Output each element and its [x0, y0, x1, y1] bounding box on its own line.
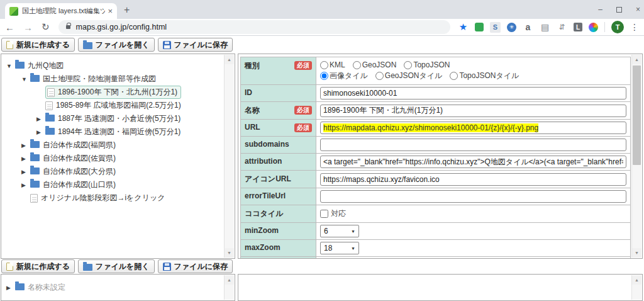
save-file-button[interactable]: ファイルに保存 [158, 38, 233, 52]
form-row-min-zoom: minZoom 6 ▼ [241, 223, 630, 240]
radio-geojson-label[interactable]: GeoJSON [362, 60, 397, 69]
url-text[interactable]: maps.gsi.go.jp/config.html [76, 23, 167, 31]
forward-button[interactable]: → [23, 22, 33, 33]
form-row-url: URL 必須 https://mapdata.qchizu.xyz/shimon… [241, 120, 630, 137]
extension-arrows-icon[interactable]: ⇵ [557, 22, 567, 33]
type-label: 種別 [245, 60, 260, 71]
new-file-button-2[interactable]: 新規に作成する [1, 259, 75, 273]
folder-icon [45, 128, 55, 135]
scroll-up-icon[interactable]: ▲ [225, 275, 234, 285]
chevron-right-icon[interactable]: ▶ [21, 182, 30, 188]
save-file-button-2[interactable]: ファイルに保存 [158, 259, 233, 273]
browser-navbar: ← → ↻ maps.gsi.go.jp/config.html ★ S ✳ a… [0, 19, 644, 36]
folder-icon [30, 181, 40, 188]
chevron-right-icon[interactable]: ▶ [21, 169, 30, 175]
open-file-button-2[interactable]: ファイルを開く [78, 259, 155, 273]
form-row-error-tile-url: errorTileUrl [241, 188, 630, 205]
extension-book-icon[interactable]: ▤ [540, 22, 550, 33]
chevron-down-icon[interactable]: ▼ [21, 76, 30, 82]
attribution-input[interactable] [320, 156, 626, 168]
reload-button[interactable]: ↻ [42, 21, 50, 33]
address-bar[interactable]: maps.gsi.go.jp/config.html [58, 20, 450, 34]
radio-geojson[interactable] [353, 61, 361, 69]
scroll-down-icon[interactable]: ▼ [225, 248, 234, 258]
chevron-right-icon[interactable]: ▶ [21, 156, 30, 162]
url-input[interactable]: https://mapdata.qchizu.xyz/shimonoseki10… [320, 122, 626, 134]
tree-item-shimonoseki-selected[interactable]: 1896-1900年 下関・北九州(1万分1) [1, 86, 235, 99]
window-close-button[interactable]: × [636, 5, 640, 14]
tree-item-jichitai-saga[interactable]: ▶ 自治体作成図(佐賀県) [1, 152, 235, 165]
second-form-scrollbar[interactable]: ▲ [631, 275, 641, 300]
id-input[interactable] [320, 87, 626, 99]
scrollbar-thumb[interactable] [633, 65, 641, 165]
chevron-down-icon[interactable]: ▼ [6, 63, 15, 69]
radio-kml-label[interactable]: KML [330, 60, 345, 69]
bookmark-star-icon[interactable]: ★ [458, 22, 469, 33]
tree-item-jichitai-fukuoka[interactable]: ▶ 自治体作成図(福岡県) [1, 139, 235, 152]
tree-item-jichitai-oita[interactable]: ▶ 自治体作成図(大分県) [1, 165, 235, 178]
min-zoom-select[interactable]: 6 ▼ [320, 225, 359, 237]
scroll-up-icon[interactable]: ▲ [632, 55, 641, 64]
kokotile-option-label[interactable]: 対応 [331, 208, 346, 219]
name-input[interactable] [320, 105, 626, 117]
new-file-button[interactable]: 新規に作成する [1, 38, 75, 52]
required-badge: 必須 [294, 106, 312, 115]
chevron-right-icon[interactable]: ▶ [36, 116, 45, 122]
new-tab-button[interactable]: + [124, 4, 130, 16]
layer-doc-icon [45, 101, 53, 110]
form-row-icon-url: アイコンURL [241, 171, 630, 188]
subdomains-input[interactable] [320, 139, 626, 151]
attribution-label: attribution [245, 157, 282, 166]
window-maximize-button[interactable] [616, 7, 622, 13]
tree-item-untitled[interactable]: ▶ 名称未設定 [1, 281, 235, 294]
window-minimize-button[interactable]: – [598, 5, 602, 14]
open-file-button[interactable]: ファイルを開く [78, 38, 155, 52]
extension-wheel-icon[interactable]: ✳ [507, 23, 516, 32]
extensions-puzzle-icon[interactable] [475, 23, 484, 31]
radio-image-tile-label[interactable]: 画像タイル [330, 71, 368, 81]
radio-topojson-label[interactable]: TopoJSON [413, 60, 450, 69]
second-tree-scrollbar[interactable]: ▲ [224, 275, 234, 300]
max-zoom-value: 18 [324, 244, 332, 253]
browser-menu-icon[interactable]: ⋮ [630, 22, 639, 32]
radio-topojson-tile[interactable] [450, 72, 458, 80]
icon-url-input[interactable] [320, 173, 626, 186]
radio-geojson-tile[interactable] [375, 72, 384, 80]
scroll-up-icon[interactable]: ▲ [225, 55, 234, 64]
tree-scrollbar[interactable]: ▲ ▼ [224, 55, 234, 258]
radio-topojson[interactable] [404, 61, 412, 69]
tree-item-fukuoka-wide[interactable]: 1985-89年 広域地形図福岡(2.5万分1) [1, 99, 235, 112]
tree-item-gsi-rikuchi[interactable]: ▼ 国土地理院・陸地測量部等作成図 [1, 72, 235, 86]
tree-item-jichitai-yamaguchi[interactable]: ▶ 自治体作成図(山口県) [1, 178, 235, 191]
form-row-kokotile: ココタイル 対応 [241, 205, 630, 223]
error-tile-url-input[interactable] [320, 190, 626, 203]
layer-form-panel: 種別 必須 KML GeoJSON TopoJSON 画像タイル GeoJSON… [238, 54, 643, 259]
chevron-right-icon[interactable]: ▶ [6, 285, 15, 291]
tree-item-1894-fukuoka[interactable]: ▶ 1894年 迅速測図・福岡近傍(5万分1) [1, 125, 235, 139]
chevron-right-icon[interactable]: ▶ [36, 129, 45, 135]
form-scrollbar[interactable]: ▲ ▼ [631, 55, 641, 258]
form-row-name: 名称 必須 [241, 102, 630, 120]
extension-s-icon[interactable]: S [490, 22, 501, 33]
radio-topojson-tile-label[interactable]: TopoJSONタイル [459, 71, 519, 81]
back-button[interactable]: ← [5, 22, 14, 33]
tree-item-original-inei[interactable]: オリジナル陰影段彩図→iをクリック [1, 191, 235, 205]
folder-icon [30, 75, 40, 82]
tab-close-icon[interactable]: × [108, 6, 113, 16]
max-zoom-select[interactable]: 18 ▼ [320, 242, 359, 254]
scroll-down-icon[interactable]: ▼ [632, 248, 641, 258]
profile-avatar[interactable]: T [611, 21, 624, 33]
radio-image-tile[interactable] [320, 72, 328, 80]
radio-kml[interactable] [320, 61, 328, 69]
chevron-right-icon[interactable]: ▶ [21, 142, 30, 149]
extension-a-icon[interactable]: a [523, 22, 533, 33]
radio-geojson-tile-label[interactable]: GeoJSONタイル [385, 71, 443, 81]
kokotile-checkbox[interactable] [320, 210, 328, 218]
folder-icon [30, 141, 40, 148]
browser-tab[interactable]: 国土地理院 layers.txt編集ツール × [5, 3, 117, 19]
extension-l-icon[interactable]: L [574, 23, 582, 31]
tree-item-1887-kokura[interactable]: ▶ 1887年 迅速測図・小倉近傍(5万分1) [1, 112, 235, 125]
tree-item-kyushu-qchizu[interactable]: ▼ 九州Q地図 [1, 59, 235, 72]
extension-colorwheel-icon[interactable] [589, 23, 598, 32]
scroll-up-icon[interactable]: ▲ [632, 275, 641, 285]
